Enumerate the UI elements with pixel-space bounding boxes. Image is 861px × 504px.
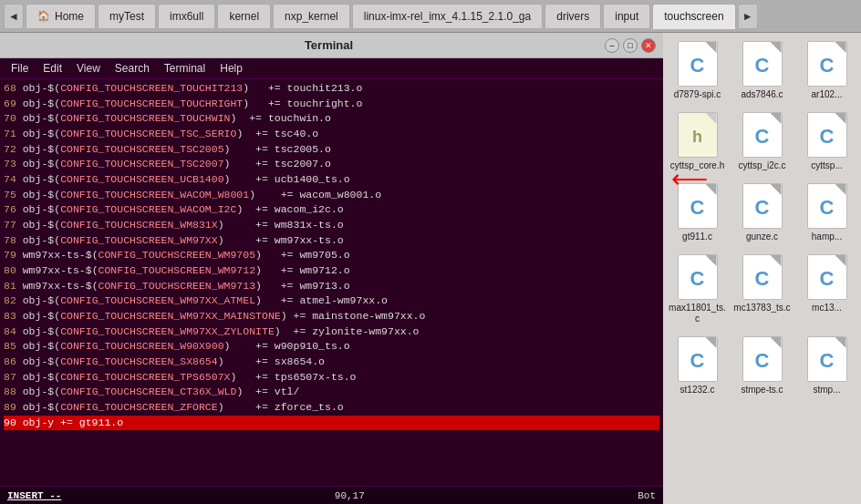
list-item[interactable]: Cgunze.c	[731, 179, 793, 246]
terminal-menubar: File Edit View Search Terminal Help	[0, 58, 663, 79]
terminal-line: 88 obj-$(CONFIG_TOUCHSCREEN_CT36X_WLD) +…	[4, 385, 659, 400]
terminal-line: 78 obj-$(CONFIG_TOUCHSCREEN_WM97XX) += w…	[4, 233, 659, 249]
terminal-statusbar: INSERT -- 90,17 Bot	[0, 486, 663, 504]
list-item[interactable]: Cmc13...	[796, 250, 857, 328]
list-item[interactable]: Cmax11801_ts.c	[667, 250, 728, 328]
tab-home-label: Home	[55, 10, 84, 23]
list-item[interactable]: Cads7846.c	[731, 36, 793, 104]
tab-touchscreen-label: touchscreen	[664, 10, 723, 23]
tab-touchscreen[interactable]: touchscreen	[652, 4, 735, 29]
terminal-line: 82 obj-$(CONFIG_TOUCHSCREEN_WM97XX_ATMEL…	[4, 293, 659, 309]
tab-bar: ◄ 🏠 Home myTest imx6ull kernel nxp_kerne…	[0, 0, 861, 33]
tab-nxp-kernel[interactable]: nxp_kernel	[273, 4, 350, 29]
terminal-menu-view[interactable]: View	[69, 60, 108, 77]
main-area: Terminal – □ ✕ File Edit View Search Ter…	[0, 33, 861, 504]
terminal-line: 90 obj-y += gt911.o	[4, 416, 659, 431]
tab-drivers-label: drivers	[556, 10, 589, 23]
tab-linux-imx[interactable]: linux-imx-rel_imx_4.1.15_2.1.0_ga	[352, 4, 543, 29]
list-item[interactable]: Cstmp...	[796, 332, 857, 399]
tab-mytest-label: myTest	[109, 10, 144, 23]
terminal-line: 83 obj-$(CONFIG_TOUCHSCREEN_WM97XX_MAINS…	[4, 309, 659, 324]
terminal-line: 81 wm97xx-ts-$(CONFIG_TOUCHSCREEN_WM9713…	[4, 279, 659, 294]
terminal-line: 79 wm97xx-ts-$(CONFIG_TOUCHSCREEN_WM9705…	[4, 248, 659, 263]
tab-imx6ull[interactable]: imx6ull	[158, 4, 215, 29]
tab-nav-right[interactable]: ►	[738, 4, 758, 29]
terminal-menu-edit[interactable]: Edit	[36, 60, 69, 77]
terminal-line: 87 obj-$(CONFIG_TOUCHSCREEN_TPS6507X) +=…	[4, 370, 659, 386]
terminal-line: 69 obj-$(CONFIG_TOUCHSCREEN_TOUCHRIGHT) …	[4, 97, 659, 112]
terminal-line: 77 obj-$(CONFIG_TOUCHSCREEN_WM831X) += w…	[4, 218, 659, 233]
list-item[interactable]: hcyttsp_core.h	[667, 108, 728, 175]
tab-home[interactable]: 🏠 Home	[26, 4, 96, 29]
terminal-line: 70 obj-$(CONFIG_TOUCHSCREEN_TOUCHWIN) +=…	[4, 111, 659, 127]
list-item[interactable]: Cgt911.c	[667, 179, 728, 246]
file-panel: Cd7879-spi.cCads7846.cCar102...hcyttsp_c…	[663, 33, 861, 504]
list-item[interactable]: Cmc13783_ts.c	[731, 250, 793, 328]
tab-nav-left[interactable]: ◄	[4, 4, 24, 29]
terminal-menu-terminal[interactable]: Terminal	[157, 60, 213, 77]
terminal-content[interactable]: 68 obj-$(CONFIG_TOUCHSCREEN_TOUCHIT213) …	[0, 79, 663, 486]
list-item[interactable]: Ccyttsp...	[796, 108, 857, 175]
terminal-menu-file[interactable]: File	[4, 60, 36, 77]
terminal-line: 73 obj-$(CONFIG_TOUCHSCREEN_TSC2007) += …	[4, 157, 659, 172]
terminal-line: 72 obj-$(CONFIG_TOUCHSCREEN_TSC2005) += …	[4, 142, 659, 158]
terminal-maximize-button[interactable]: □	[623, 38, 638, 53]
terminal-line: 74 obj-$(CONFIG_TOUCHSCREEN_UCB1400) += …	[4, 172, 659, 188]
terminal-line: 76 obj-$(CONFIG_TOUCHSCREEN_WACOM_I2C) +…	[4, 202, 659, 218]
terminal-titlebar: Terminal – □ ✕	[0, 33, 663, 58]
terminal-line: 75 obj-$(CONFIG_TOUCHSCREEN_WACOM_W8001)…	[4, 188, 659, 203]
tab-mytest[interactable]: myTest	[98, 4, 156, 29]
terminal-line: 68 obj-$(CONFIG_TOUCHSCREEN_TOUCHIT213) …	[4, 81, 659, 97]
terminal-menu-search[interactable]: Search	[108, 60, 157, 77]
tab-linux-imx-label: linux-imx-rel_imx_4.1.15_2.1.0_ga	[364, 10, 531, 23]
list-item[interactable]: Cst1232.c	[667, 332, 728, 399]
terminal-window: Terminal – □ ✕ File Edit View Search Ter…	[0, 33, 663, 504]
tab-drivers[interactable]: drivers	[545, 4, 601, 29]
terminal-line: 80 wm97xx-ts-$(CONFIG_TOUCHSCREEN_WM9712…	[4, 263, 659, 279]
terminal-minimize-button[interactable]: –	[605, 38, 619, 53]
terminal-line: 86 obj-$(CONFIG_TOUCHSCREEN_SX8654) += s…	[4, 355, 659, 370]
terminal-close-button[interactable]: ✕	[641, 38, 656, 53]
tab-kernel-label: kernel	[229, 10, 259, 23]
tab-input[interactable]: input	[603, 4, 650, 29]
terminal-position: 90,17	[335, 490, 365, 501]
list-item[interactable]: Cd7879-spi.c	[667, 36, 728, 104]
terminal-line: 84 obj-$(CONFIG_TOUCHSCREEN_WM97XX_ZYLON…	[4, 324, 659, 340]
list-item[interactable]: Cstmpe-ts.c	[731, 332, 793, 399]
list-item[interactable]: Car102...	[796, 36, 857, 104]
terminal-mode: INSERT --	[7, 490, 61, 501]
terminal-line: 89 obj-$(CONFIG_TOUCHSCREEN_ZFORCE) += z…	[4, 400, 659, 416]
terminal-line: 71 obj-$(CONFIG_TOUCHSCREEN_TSC_SERIO) +…	[4, 127, 659, 142]
terminal-scroll: Bot	[638, 490, 656, 501]
list-item[interactable]: Ccyttsp_i2c.c	[731, 108, 793, 175]
home-icon: 🏠	[37, 10, 50, 22]
list-item[interactable]: Champ...	[796, 179, 857, 246]
terminal-line: 85 obj-$(CONFIG_TOUCHSCREEN_W90X900) += …	[4, 339, 659, 355]
terminal-menu-help[interactable]: Help	[213, 60, 250, 77]
tab-input-label: input	[615, 10, 638, 23]
terminal-controls: – □ ✕	[605, 38, 656, 53]
tab-imx6ull-label: imx6ull	[170, 10, 203, 23]
tab-kernel[interactable]: kernel	[217, 4, 271, 29]
terminal-title: Terminal	[53, 38, 605, 52]
tab-nxp-kernel-label: nxp_kernel	[285, 10, 338, 23]
